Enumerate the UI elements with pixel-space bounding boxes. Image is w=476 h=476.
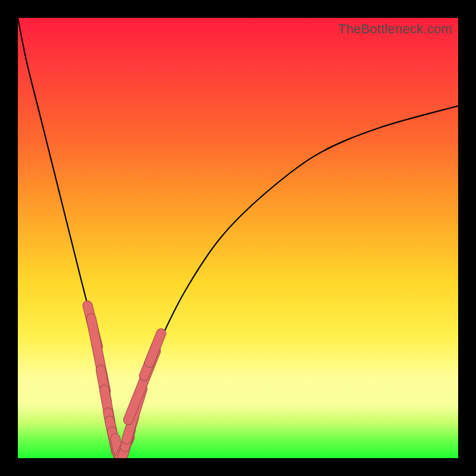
bottleneck-curve-svg: [18, 18, 458, 458]
curve-markers: [87, 306, 161, 459]
chart-frame: TheBottleneck.com Axes are unlabeled in …: [0, 0, 476, 476]
plot-area: TheBottleneck.com Axes are unlabeled in …: [18, 18, 458, 458]
bottleneck-curve: [18, 18, 458, 454]
curve-marker: [149, 333, 161, 362]
